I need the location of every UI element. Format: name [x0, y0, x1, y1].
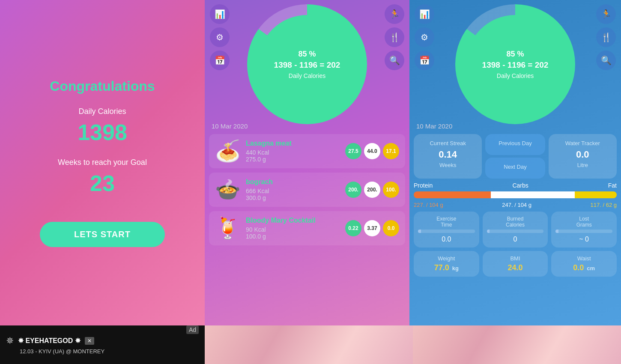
gear-icon[interactable]: ⚙ — [210, 27, 230, 47]
right-nav-left: 📊 ⚙ 📅 — [415, 4, 434, 70]
food-badges-lasagna: 27.5 44.0 17.1 — [345, 143, 399, 159]
weeks-label: Weeks to reach your Goal — [58, 158, 147, 167]
waist-unit: cm — [587, 265, 595, 272]
protein-value: 227. / 104 g — [414, 202, 443, 208]
ad-image-middle — [205, 325, 413, 364]
ad-image-right — [413, 325, 621, 364]
right-run-icon[interactable]: 🏃 — [596, 4, 616, 24]
fat-label: Fat — [608, 182, 617, 189]
food-info-bograch: bograch 666 Kcal 300.0 g — [246, 178, 340, 201]
previous-day-label: Previous Day — [490, 140, 540, 146]
fork-icon[interactable]: 🍴 — [385, 27, 404, 47]
food-kcal-lasagna: 440 Kcal — [246, 149, 340, 156]
food-name-cocktail: Bloody Mary Cocktail — [246, 217, 340, 224]
ad-icon: Ad — [186, 325, 199, 334]
protein-label: Protein — [414, 182, 433, 189]
run-icon[interactable]: 🏃 — [385, 4, 404, 24]
lost-grams-label: LostGrams — [555, 216, 612, 228]
ad-logo-text: ✵ EYEHATEGOD ✵ — [18, 337, 81, 345]
lost-value: ~ 0 — [555, 236, 612, 243]
weeks-value: 23 — [90, 170, 115, 196]
macros-section: Protein Carbs Fat 227. / 104 g 247. / 10… — [409, 182, 621, 208]
food-info-lasagna: Lasagna meat 440 Kcal 275.0 g — [246, 140, 340, 163]
water-label: Water Tracker — [553, 140, 612, 146]
carbs-label: Carbs — [512, 182, 528, 189]
right-panel: 📊 ⚙ 📅 🏃 🍴 🔍 85 % 1398 - 1196 = 202 Daily… — [409, 0, 621, 325]
burned-calories-card: BurnedCalories 0 — [483, 212, 548, 248]
fat-value: 117. / 62 g — [591, 202, 617, 208]
fat-bar — [575, 191, 617, 198]
right-nav-right: 🏃 🍴 🔍 — [596, 4, 616, 70]
weight-value: 77.0 kg — [418, 263, 475, 272]
streak-label: Current Streak — [418, 140, 478, 146]
middle-top-nav: 📊 ⚙ 📅 🏃 🍴 🔍 — [205, 0, 409, 75]
food-info-cocktail: Bloody Mary Cocktail 90 Kcal 100.0 g — [246, 217, 340, 240]
bmi-value: 24.0 — [487, 263, 544, 272]
food-emoji-cocktail: 🍹 — [215, 216, 241, 240]
left-panel: Congratulations Daily Calories 1398 Week… — [0, 0, 205, 325]
body-stats-row: Weight 77.0 kg BMI 24.0 Waist 0.0 cm — [409, 251, 621, 277]
badge-carbs-cocktail: 3.37 — [364, 220, 380, 236]
waist-value: 0.0 cm — [555, 263, 612, 272]
exercise-time-fill — [418, 230, 421, 233]
macro-values: 227. / 104 g 247. / 104 g 117. / 62 g — [414, 202, 617, 208]
food-weight-bograch: 300.0 g — [246, 194, 340, 201]
food-emoji-bograch: 🍲 — [215, 178, 241, 202]
chart-icon[interactable]: 📊 — [210, 4, 230, 24]
weight-unit: kg — [452, 265, 459, 272]
food-weight-lasagna: 275.0 g — [246, 156, 340, 163]
right-top-nav: 📊 ⚙ 📅 🏃 🍴 🔍 — [409, 0, 621, 75]
right-gear-icon[interactable]: ⚙ — [415, 27, 434, 47]
weight-label: Weight — [418, 255, 475, 262]
next-day-card[interactable]: Next Day — [485, 158, 545, 179]
badge-carbs-bograch: 200. — [364, 182, 380, 198]
food-kcal-cocktail: 90 Kcal — [246, 226, 340, 233]
search-icon[interactable]: 🔍 — [385, 51, 404, 70]
water-value: 0.0 — [553, 149, 612, 160]
exercise-time-bar — [418, 230, 475, 233]
badge-fat-cocktail: 0.0 — [383, 220, 399, 236]
lets-start-button[interactable]: LETS START — [40, 222, 165, 247]
waist-label: Waist — [555, 255, 612, 262]
congratulations-title: Congratulations — [50, 78, 155, 94]
bottom-bar: ✵ ✵ EYEHATEGOD ✵ ✕ 12.03 - KYIV (UA) @ M… — [0, 325, 621, 364]
badge-fat-bograch: 100. — [383, 182, 399, 198]
weight-number: 77.0 — [434, 263, 449, 272]
burned-bar — [487, 230, 544, 233]
next-day-label: Next Day — [490, 164, 540, 170]
protein-bar — [414, 191, 491, 198]
food-item-cocktail[interactable]: 🍹 Bloody Mary Cocktail 90 Kcal 100.0 g 0… — [209, 211, 405, 245]
lost-bar — [555, 230, 612, 233]
exercise-time-card: ExerciseTime 0.0 — [414, 212, 479, 248]
badge-protein-cocktail: 0.22 — [345, 220, 361, 236]
exercise-row: ExerciseTime 0.0 BurnedCalories 0 LostGr… — [409, 212, 621, 248]
carbs-value: 247. / 104 g — [502, 202, 531, 208]
calendar-icon[interactable]: 📅 — [210, 51, 230, 70]
daily-calories-value: 1398 — [78, 119, 127, 145]
waist-number: 0.0 — [573, 263, 584, 272]
weight-card: Weight 77.0 kg — [414, 251, 479, 277]
middle-nav-right: 🏃 🍴 🔍 — [385, 4, 404, 70]
ad-text: 12.03 - KYIV (UA) @ MONTEREY — [20, 348, 182, 355]
food-item-bograch[interactable]: 🍲 bograch 666 Kcal 300.0 g 200. 200. 100… — [209, 173, 405, 207]
food-name-lasagna: Lasagna meat — [246, 140, 340, 147]
right-calendar-icon[interactable]: 📅 — [415, 51, 434, 70]
ad-section: ✵ ✵ EYEHATEGOD ✵ ✕ 12.03 - KYIV (UA) @ M… — [0, 325, 205, 364]
food-badges-bograch: 200. 200. 100. — [345, 182, 399, 198]
ad-close-button[interactable]: ✕ — [85, 337, 94, 345]
badge-protein-lasagna: 27.5 — [345, 143, 361, 159]
bmi-label: BMI — [487, 255, 544, 262]
badge-carbs-lasagna: 44.0 — [364, 143, 380, 159]
exercise-time-label: ExerciseTime — [418, 216, 475, 228]
right-search-icon[interactable]: 🔍 — [596, 51, 616, 70]
food-item-lasagna[interactable]: 🍝 Lasagna meat 440 Kcal 275.0 g 27.5 44.… — [209, 134, 405, 168]
food-badges-cocktail: 0.22 3.37 0.0 — [345, 220, 399, 236]
right-chart-icon[interactable]: 📊 — [415, 4, 434, 24]
macro-bar — [414, 191, 617, 198]
streak-value: 0.14 — [418, 149, 478, 160]
burned-calories-label: BurnedCalories — [487, 216, 544, 228]
carbs-bar — [491, 191, 575, 198]
right-fork-icon[interactable]: 🍴 — [596, 27, 616, 47]
previous-day-card[interactable]: Previous Day — [485, 134, 545, 155]
burned-value: 0 — [487, 236, 544, 243]
